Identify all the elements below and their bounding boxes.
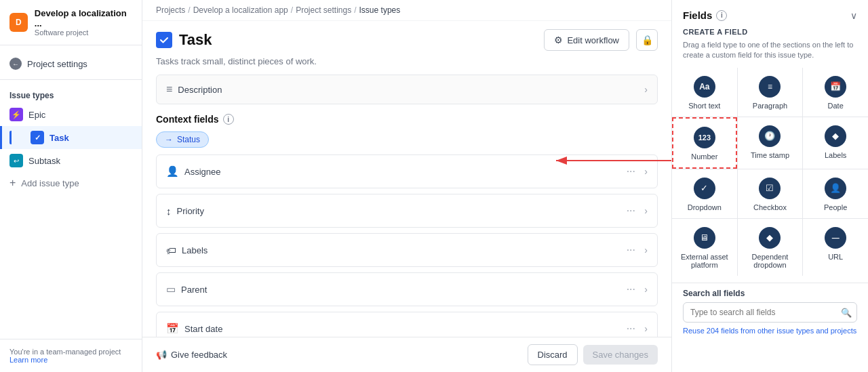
start-date-chevron: ›	[644, 323, 648, 334]
url-icon: —	[825, 227, 846, 249]
add-issue-type-button[interactable]: + Add issue type	[0, 172, 142, 194]
breadcrumb-projects[interactable]: Projects	[156, 5, 185, 15]
field-type-grid: Aa Short text ≡ Paragraph 📅 Date 123 Num…	[672, 68, 868, 276]
context-fields-label: Context fields	[156, 114, 219, 125]
field-type-checkbox[interactable]: ☑ Checkbox	[738, 169, 803, 218]
labels-icon: 🏷	[166, 245, 176, 256]
field-type-short-text[interactable]: Aa Short text	[672, 68, 737, 117]
main-footer: 📢 Give feedback Discard Save changes	[142, 337, 671, 372]
dependent-dropdown-icon: ◆	[759, 227, 781, 249]
edit-workflow-label: Edit workflow	[567, 35, 619, 45]
checkbox-label: Checkbox	[753, 203, 787, 211]
fields-info-icon: i	[716, 10, 727, 21]
header-actions: ⚙ Edit workflow 🔒	[544, 29, 658, 51]
field-left-assignee: 👤 Assignee	[166, 165, 220, 178]
epic-icon: ⚡	[9, 108, 23, 121]
issue-types-label: Issue types	[0, 84, 142, 103]
panel-title: Fields i	[683, 9, 727, 21]
assignee-more-button[interactable]: ···	[621, 162, 640, 181]
sidebar-project-settings[interactable]: ← Project settings	[0, 52, 142, 75]
edit-workflow-button[interactable]: ⚙ Edit workflow	[544, 29, 629, 51]
field-type-date[interactable]: 📅 Date	[803, 68, 868, 117]
discard-button[interactable]: Discard	[528, 344, 578, 365]
description-icon: ≡	[166, 83, 172, 96]
right-panel: Fields i ∨ CREATE A FIELD Drag a field t…	[671, 0, 868, 372]
collapse-icon[interactable]: ∨	[850, 10, 857, 21]
field-type-people[interactable]: 👤 People	[803, 169, 868, 218]
task-label: Task	[50, 133, 69, 143]
people-label: People	[824, 203, 847, 211]
learn-more-link[interactable]: Learn more	[9, 356, 47, 364]
parent-chevron: ›	[644, 284, 648, 295]
task-type-icon	[156, 32, 172, 48]
sidebar: D Develop a localization ... Software pr…	[0, 0, 142, 372]
field-left-priority: ↕ Priority	[166, 205, 204, 217]
fields-area: ≡ Description › Context fields i → Statu…	[142, 75, 671, 337]
search-icon: 🔍	[841, 307, 852, 317]
parent-label: Parent	[181, 285, 207, 295]
sidebar-item-subtask[interactable]: ↩ Subtask	[0, 149, 142, 172]
field-row-parent[interactable]: ▭ Parent ··· ›	[156, 272, 658, 306]
field-type-number[interactable]: 123 Number	[672, 117, 737, 169]
start-date-label: Start date	[184, 324, 222, 334]
sidebar-header: D Develop a localization ... Software pr…	[0, 0, 142, 45]
field-type-external-asset[interactable]: 🖥 External asset platform	[672, 219, 737, 276]
create-field-desc: Drag a field type to one of the sections…	[672, 39, 868, 68]
field-type-timestamp[interactable]: 🕐 Time stamp	[738, 117, 803, 169]
panel-header: Fields i ∨	[672, 0, 868, 25]
field-left-start-date: 📅 Start date	[166, 323, 222, 335]
field-row-assignee[interactable]: 👤 Assignee ··· ›	[156, 154, 658, 188]
footer-actions: Discard Save changes	[528, 344, 658, 365]
feedback-button[interactable]: 📢 Give feedback	[156, 350, 227, 360]
parent-more-button[interactable]: ···	[621, 280, 640, 299]
workflow-icon: ⚙	[554, 35, 563, 45]
external-asset-icon: 🖥	[694, 227, 715, 249]
status-badge[interactable]: → Status	[156, 131, 209, 148]
field-row-start-date[interactable]: 📅 Start date ··· ›	[156, 312, 658, 337]
feedback-label: Give feedback	[171, 350, 227, 360]
search-input[interactable]	[683, 302, 857, 323]
reuse-text: Reuse 204 fields from other issue types …	[683, 327, 857, 340]
start-date-more-button[interactable]: ···	[621, 319, 640, 337]
add-icon: +	[9, 177, 16, 189]
issue-header: Task ⚙ Edit workflow 🔒	[142, 21, 671, 56]
breadcrumb-settings[interactable]: Project settings	[296, 5, 351, 15]
field-left-labels: 🏷 Labels	[166, 245, 208, 256]
main-content: Projects / Develop a localization app / …	[142, 0, 671, 372]
description-chevron: ›	[644, 84, 648, 95]
number-label: Number	[691, 152, 717, 161]
labels-type-label: Labels	[825, 151, 846, 159]
save-button[interactable]: Save changes	[583, 345, 658, 365]
context-fields-header: Context fields i	[156, 114, 658, 125]
field-type-paragraph[interactable]: ≡ Paragraph	[738, 68, 803, 117]
field-type-dependent-dropdown[interactable]: ◆ Dependent dropdown	[738, 219, 803, 276]
labels-more-button[interactable]: ···	[621, 241, 640, 260]
field-row-priority[interactable]: ↕ Priority ··· ›	[156, 194, 658, 228]
labels-label: Labels	[182, 245, 208, 255]
dropdown-icon: ✓	[694, 178, 715, 199]
breadcrumb-current: Issue types	[359, 5, 401, 15]
project-type: Software project	[35, 28, 132, 37]
field-actions-start-date: ··· ›	[621, 319, 648, 337]
context-info-icon: i	[223, 114, 234, 125]
description-left: ≡ Description	[166, 83, 222, 96]
description-row[interactable]: ≡ Description ›	[156, 75, 658, 104]
field-row-labels[interactable]: 🏷 Labels ··· ›	[156, 233, 658, 267]
short-text-icon: Aa	[694, 76, 715, 98]
field-type-labels[interactable]: ◆ Labels	[803, 117, 868, 169]
people-icon: 👤	[825, 178, 846, 199]
date-icon: 📅	[825, 76, 846, 98]
sidebar-nav: ← Project settings Issue types ⚡ Epic ✓ …	[0, 45, 142, 201]
field-type-url[interactable]: — URL	[803, 219, 868, 276]
sidebar-item-task[interactable]: ✓ Task	[0, 126, 142, 149]
breadcrumb-app[interactable]: Develop a localization app	[193, 5, 288, 15]
lock-button[interactable]: 🔒	[636, 29, 658, 51]
fields-title: Fields	[683, 9, 712, 21]
add-issue-label: Add issue type	[21, 178, 79, 188]
priority-more-button[interactable]: ···	[621, 201, 640, 220]
field-type-dropdown[interactable]: ✓ Dropdown	[672, 169, 737, 218]
epic-label: Epic	[28, 110, 45, 120]
short-text-label: Short text	[688, 102, 720, 110]
sidebar-item-epic[interactable]: ⚡ Epic	[0, 103, 142, 126]
field-actions-labels: ··· ›	[621, 241, 648, 260]
